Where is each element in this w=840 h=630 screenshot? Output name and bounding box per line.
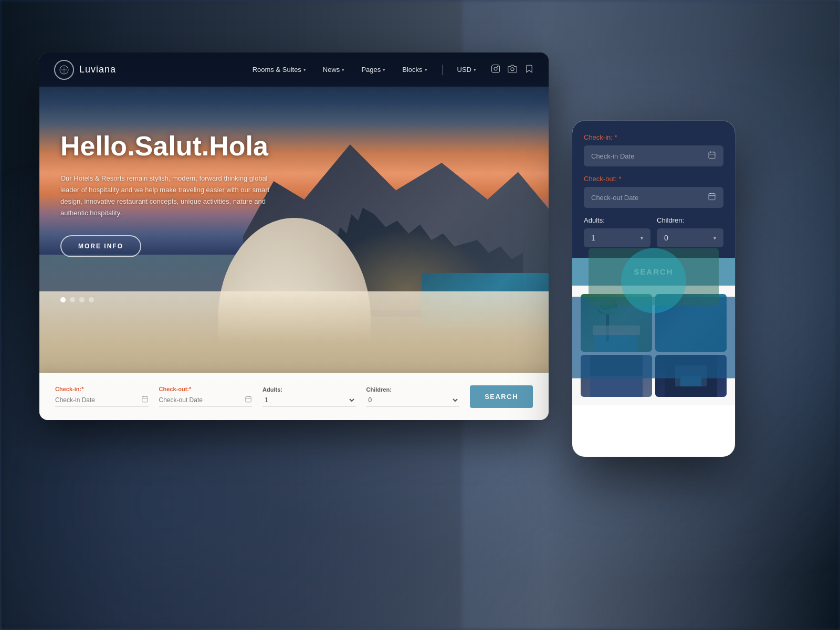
rooms-chevron-icon: ▾ [303, 67, 306, 72]
checkout-calendar-icon [245, 395, 252, 404]
checkout-input[interactable] [159, 396, 245, 404]
search-button[interactable]: SEARCH [470, 385, 533, 408]
currency-chevron-icon: ▾ [474, 67, 476, 72]
svg-rect-5 [142, 396, 148, 402]
hero-title: Hello.Salut.Hola [60, 131, 281, 161]
svg-rect-9 [246, 396, 251, 402]
adults-field: Adults: 1 2 3 4 [262, 386, 356, 407]
bookmark-icon[interactable] [524, 64, 534, 76]
camera-icon[interactable] [508, 64, 517, 76]
adults-label: Adults: [262, 386, 356, 393]
checkin-input[interactable] [55, 396, 141, 404]
adults-select-wrap: 1 2 3 4 [262, 396, 356, 407]
nav-news[interactable]: News ▾ [317, 62, 351, 77]
children-select-wrap: 0 1 2 3 [366, 396, 460, 407]
mobile-body [572, 286, 735, 405]
svg-point-4 [511, 67, 514, 70]
nav-social [491, 64, 534, 76]
logo-text: Luviana [79, 64, 116, 75]
nav-currency[interactable]: USD ▾ [451, 62, 482, 77]
checkin-calendar-icon [141, 395, 149, 404]
logo-icon [54, 60, 74, 80]
pages-chevron-icon: ▾ [383, 67, 385, 72]
adults-select[interactable]: 1 2 3 4 [262, 396, 356, 404]
desktop-mockup: Luviana Rooms & Suites ▾ News ▾ Pages ▾ … [39, 52, 549, 420]
navbar: Luviana Rooms & Suites ▾ News ▾ Pages ▾ … [39, 52, 549, 87]
nav-blocks-label: Blocks [402, 66, 422, 74]
children-select[interactable]: 0 1 2 3 [366, 396, 460, 404]
slider-dot-1[interactable] [60, 297, 66, 302]
svg-point-3 [497, 66, 498, 67]
nav-menu: Rooms & Suites ▾ News ▾ Pages ▾ Blocks ▾… [246, 62, 534, 77]
checkin-field: Check-in:* [55, 386, 149, 407]
mobile-mockup: Check-in: * Check-in Date Check-out: * C… [572, 121, 735, 457]
svg-point-2 [494, 67, 497, 70]
nav-divider [442, 65, 443, 75]
nav-blocks[interactable]: Blocks ▾ [396, 62, 433, 77]
checkin-input-wrap [55, 395, 149, 407]
more-info-button[interactable]: MORE INFO [60, 235, 141, 257]
checkout-input-wrap [159, 395, 253, 407]
hero-content: Hello.Salut.Hola Our Hotels & Resorts re… [60, 131, 281, 257]
blocks-chevron-icon: ▾ [425, 67, 427, 72]
mobile-image-grid [581, 294, 727, 397]
nav-pages-label: Pages [361, 66, 381, 74]
checkin-label: Check-in:* [55, 386, 149, 392]
checkout-label: Check-out:* [159, 386, 253, 392]
slider-dots [60, 297, 94, 302]
hero-description: Our Hotels & Resorts remain stylish, mod… [60, 173, 281, 219]
nav-logo[interactable]: Luviana [54, 60, 116, 80]
news-chevron-icon: ▾ [342, 67, 344, 72]
svg-rect-1 [492, 65, 500, 72]
nav-news-label: News [323, 66, 340, 74]
instagram-icon[interactable] [491, 64, 500, 76]
mobile-image-2 [655, 294, 727, 352]
nav-currency-label: USD [457, 66, 471, 74]
slider-dot-4[interactable] [89, 297, 94, 302]
children-label: Children: [366, 386, 460, 393]
slider-dot-2[interactable] [70, 297, 75, 302]
slider-dot-3[interactable] [79, 297, 85, 302]
nav-rooms-suites-label: Rooms & Suites [253, 66, 301, 74]
nav-rooms-suites[interactable]: Rooms & Suites ▾ [246, 62, 312, 77]
children-field: Children: 0 1 2 3 [366, 386, 460, 407]
nav-pages[interactable]: Pages ▾ [355, 62, 392, 77]
checkout-field: Check-out:* [159, 386, 253, 407]
booking-bar: Check-in:* Check-out:* [39, 373, 549, 420]
